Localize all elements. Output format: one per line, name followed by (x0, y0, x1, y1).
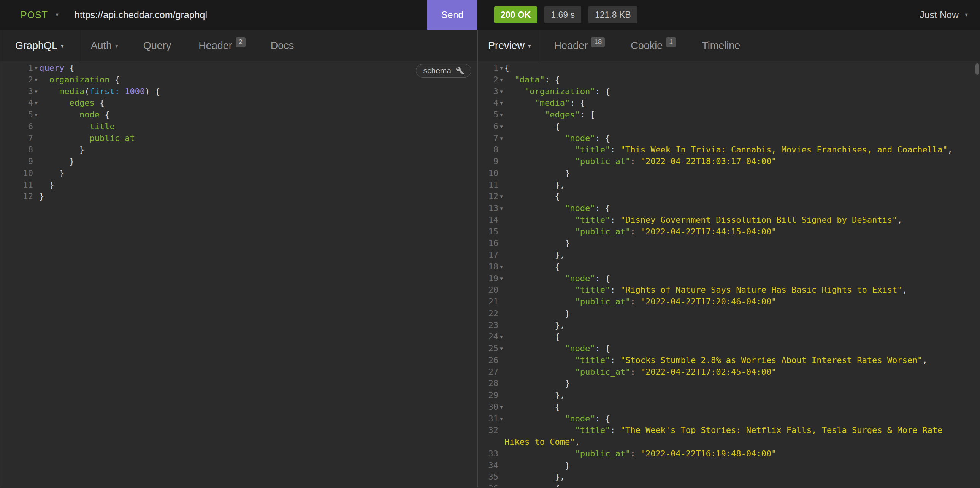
code-line: 3▾ "organization": { (478, 86, 980, 98)
code-text: { (504, 62, 980, 74)
fold-toggle-icon[interactable]: ▾ (33, 74, 39, 86)
code-text: "title": "Rights of Nature Says Nature H… (504, 284, 980, 296)
line-number: 9 (478, 156, 498, 168)
code-line: 2▾ organization { (0, 74, 477, 86)
code-line: 5▾ node { (0, 109, 477, 121)
line-number: 3 (0, 86, 33, 98)
schema-button[interactable]: schema (416, 64, 471, 78)
topbar: POST ▾ https://api.cheddar.com/graphql S… (0, 0, 980, 30)
line-number: 20 (478, 284, 498, 296)
code-text: "edges": [ (504, 109, 980, 121)
method-dropdown[interactable]: POST ▾ (0, 10, 59, 21)
fold-toggle-icon[interactable]: ▾ (498, 343, 504, 354)
tab-badge: 1 (666, 37, 676, 47)
url-input[interactable]: https://api.cheddar.com/graphql (75, 10, 427, 21)
code-line: 1▾{ (478, 62, 980, 74)
fold-toggle-icon[interactable]: ▾ (33, 62, 39, 74)
fold-toggle-icon[interactable]: ▾ (498, 331, 504, 343)
fold-toggle-icon[interactable]: ▾ (498, 413, 504, 425)
fold-toggle-icon[interactable]: ▾ (498, 203, 504, 215)
tab-label: Auth (91, 40, 112, 52)
code-line: 7 public_at (0, 133, 477, 145)
fold-toggle-icon[interactable]: ▾ (33, 86, 39, 98)
send-button[interactable]: Send (427, 0, 477, 30)
line-number: 4 (0, 97, 33, 109)
tab-cookie[interactable]: Cookie1 (618, 30, 689, 61)
line-number: 7 (478, 133, 498, 145)
code-text: } (39, 144, 477, 156)
tab-auth[interactable]: Auth▾ (80, 30, 130, 61)
tab-label: Header (199, 40, 232, 52)
code-text: organization { (39, 74, 477, 86)
size-badge: 121.8 KB (589, 6, 638, 23)
fold-toggle-icon[interactable]: ▾ (33, 109, 39, 121)
fold-toggle-icon[interactable]: ▾ (498, 261, 504, 273)
main-panes: GraphQL▾Auth▾QueryHeader2Docs schema 1▾q… (0, 30, 980, 487)
fold-toggle-icon[interactable]: ▾ (498, 483, 504, 487)
tab-query[interactable]: Query (130, 30, 185, 61)
line-number: 8 (0, 144, 33, 156)
tabbar-filler (307, 30, 477, 61)
code-text: "organization": { (504, 86, 980, 98)
line-number: 32 (478, 424, 498, 436)
fold-toggle-icon[interactable]: ▾ (498, 62, 504, 74)
tab-timeline[interactable]: Timeline (689, 30, 753, 61)
line-number: 31 (478, 413, 498, 425)
fold-toggle-icon[interactable]: ▾ (498, 121, 504, 133)
fold-toggle-icon[interactable]: ▾ (498, 273, 504, 285)
line-number: 10 (0, 168, 33, 180)
line-number: 8 (478, 144, 498, 156)
tab-header[interactable]: Header2 (185, 30, 257, 61)
code-text: "public_at": "2022-04-22T17:44:15-04:00" (504, 226, 980, 238)
code-line: 10 } (478, 168, 980, 180)
request-url-bar: POST ▾ https://api.cheddar.com/graphql S… (0, 0, 477, 30)
code-text: media(first: 1000) { (39, 86, 477, 98)
tab-header[interactable]: Header18 (541, 30, 618, 61)
line-number: 10 (478, 168, 498, 180)
line-number: 9 (0, 156, 33, 168)
tab-graphql[interactable]: GraphQL▾ (0, 30, 80, 61)
fold-toggle-icon[interactable]: ▾ (498, 74, 504, 86)
fold-toggle-icon[interactable]: ▾ (498, 97, 504, 109)
fold-toggle-icon[interactable]: ▾ (498, 191, 504, 203)
code-text: title (39, 121, 477, 133)
tab-docs[interactable]: Docs (257, 30, 308, 61)
tab-badge: 2 (236, 37, 245, 47)
code-text: } (504, 168, 980, 180)
line-number: 33 (478, 448, 498, 460)
tab-label: Docs (270, 40, 294, 52)
code-text: { (504, 191, 980, 203)
fold-toggle-icon[interactable]: ▾ (498, 86, 504, 98)
code-text: { (504, 261, 980, 273)
code-text: }, (504, 249, 980, 261)
tabbar-filler (753, 30, 980, 61)
code-line: 11 } (0, 180, 477, 191)
code-text: query { (39, 62, 477, 74)
tab-label: GraphQL (15, 40, 57, 52)
code-line: 30▾ { (478, 401, 980, 413)
line-number: 29 (478, 389, 498, 401)
code-line: 19▾ "node": { (478, 273, 980, 285)
line-number: 25 (478, 343, 498, 354)
code-text: "media": { (504, 97, 980, 109)
fold-toggle-icon[interactable]: ▾ (498, 401, 504, 413)
scrollbar-thumb[interactable] (975, 64, 979, 75)
code-text: "title": "Stocks Stumble 2.8% as Worries… (504, 354, 980, 366)
code-line: 17 }, (478, 249, 980, 261)
code-line: 12} (0, 191, 477, 203)
line-number: 6 (478, 121, 498, 133)
fold-toggle-icon[interactable]: ▾ (498, 109, 504, 121)
code-line: 4▾ edges { (0, 97, 477, 109)
fold-toggle-icon[interactable]: ▾ (498, 133, 504, 145)
tab-label: Header (554, 40, 588, 52)
line-number: 11 (0, 180, 33, 191)
graphql-query-editor[interactable]: schema 1▾query {2▾ organization {3▾ medi… (0, 61, 477, 487)
code-line: 20 "title": "Rights of Nature Says Natur… (478, 284, 980, 296)
line-number: 7 (0, 133, 33, 145)
response-history-dropdown[interactable]: Just Now ▾ (920, 10, 968, 21)
chevron-down-icon: ▾ (115, 43, 118, 49)
fold-toggle-icon[interactable]: ▾ (33, 97, 39, 109)
tab-preview[interactable]: Preview▾ (478, 30, 541, 61)
line-number: 28 (478, 378, 498, 389)
code-line: 6 title (0, 121, 477, 133)
